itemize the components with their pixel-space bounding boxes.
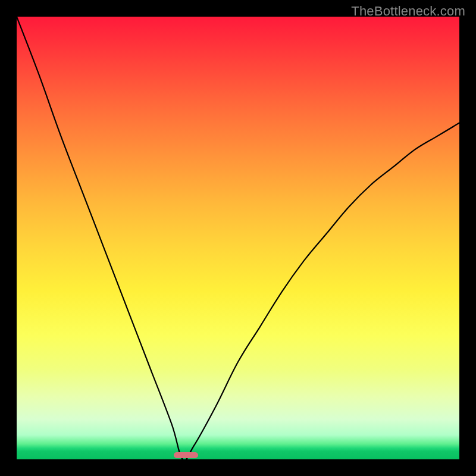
chart-container: TheBottleneck.com: [0, 0, 476, 476]
watermark-text: TheBottleneck.com: [351, 4, 465, 19]
curve-svg: [17, 17, 459, 459]
plot-area: [17, 17, 459, 459]
bottleneck-curve: [17, 17, 459, 459]
optimal-zone-marker: [174, 452, 198, 458]
